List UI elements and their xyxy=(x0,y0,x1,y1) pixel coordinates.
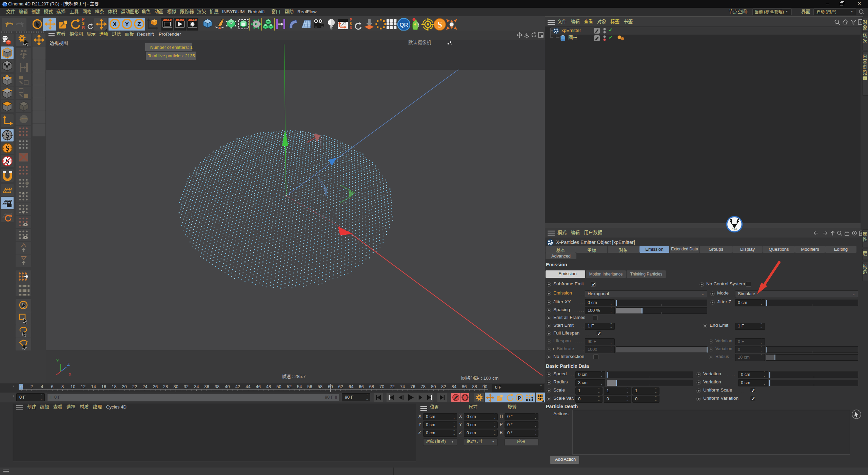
svg-text:38: 38 xyxy=(215,384,219,389)
svg-text:36: 36 xyxy=(204,384,209,389)
svg-text:22: 22 xyxy=(132,384,137,389)
svg-text:QR: QR xyxy=(399,22,408,28)
svg-text:14: 14 xyxy=(91,384,96,389)
svg-text:80: 80 xyxy=(431,384,436,389)
svg-text:S: S xyxy=(437,20,442,29)
svg-text:74: 74 xyxy=(400,384,405,389)
svg-text:8: 8 xyxy=(61,384,64,389)
svg-text:88: 88 xyxy=(472,384,477,389)
svg-text:82: 82 xyxy=(441,384,446,389)
svg-text:34: 34 xyxy=(194,384,199,389)
svg-text:52: 52 xyxy=(287,384,292,389)
svg-text:50: 50 xyxy=(276,384,281,389)
svg-text:48: 48 xyxy=(266,384,271,389)
svg-text:72: 72 xyxy=(390,384,394,389)
svg-text:S: S xyxy=(5,132,9,139)
svg-text:54: 54 xyxy=(297,384,302,389)
svg-text:26: 26 xyxy=(153,384,158,389)
svg-text:行走者: 行走者 xyxy=(732,228,737,231)
svg-text:24: 24 xyxy=(142,384,147,389)
svg-text:20: 20 xyxy=(122,384,127,389)
svg-text:68: 68 xyxy=(369,384,374,389)
svg-text:4: 4 xyxy=(41,384,43,389)
svg-text:32: 32 xyxy=(184,384,189,389)
svg-text:44: 44 xyxy=(245,384,250,389)
svg-text:X: X xyxy=(113,21,117,27)
svg-text:Z: Z xyxy=(137,21,141,27)
svg-text:78: 78 xyxy=(421,384,426,389)
svg-text:0: 0 xyxy=(20,384,22,389)
svg-text:28: 28 xyxy=(163,384,168,389)
svg-text:10: 10 xyxy=(71,384,75,389)
svg-text:Y: Y xyxy=(125,21,129,27)
svg-text:42: 42 xyxy=(235,384,240,389)
svg-text:18: 18 xyxy=(112,384,116,389)
svg-text:12: 12 xyxy=(81,384,85,389)
svg-text:P: P xyxy=(518,395,521,401)
svg-text:84: 84 xyxy=(452,384,456,389)
svg-text:58: 58 xyxy=(318,384,322,389)
svg-text:16: 16 xyxy=(101,384,106,389)
svg-text:56: 56 xyxy=(307,384,312,389)
svg-text:76: 76 xyxy=(410,384,415,389)
svg-text:62: 62 xyxy=(338,384,343,389)
svg-text:2: 2 xyxy=(31,384,33,389)
svg-text:40: 40 xyxy=(225,384,230,389)
svg-text:46: 46 xyxy=(256,384,260,389)
svg-text:86: 86 xyxy=(462,384,467,389)
svg-text:66: 66 xyxy=(359,384,363,389)
svg-text:70: 70 xyxy=(379,384,384,389)
svg-text:6: 6 xyxy=(51,384,53,389)
svg-text:S: S xyxy=(5,145,9,152)
svg-text:64: 64 xyxy=(349,384,353,389)
